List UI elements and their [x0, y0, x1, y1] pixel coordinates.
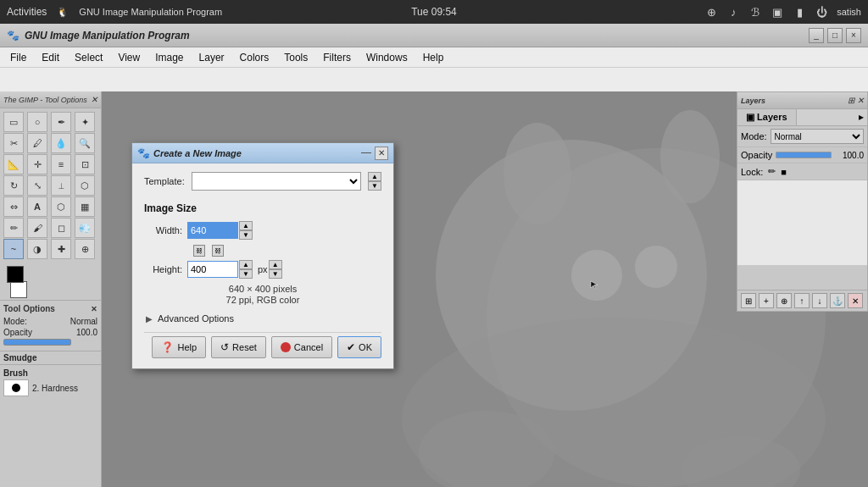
menu-filters[interactable]: Filters [316, 50, 358, 65]
lock-alpha-icon[interactable]: ■ [781, 167, 787, 177]
menu-help[interactable]: Help [416, 50, 451, 65]
help-button[interactable]: ❓ Help [152, 336, 206, 358]
battery-icon: ▮ [793, 5, 806, 19]
size-info-line2: 72 ppi, RGB color [226, 295, 300, 305]
layers-opacity-label: Opacity [741, 150, 772, 160]
tool-measure[interactable]: 📐 [3, 154, 24, 174]
move-layer-down-btn[interactable]: ↓ [812, 293, 827, 308]
tool-fuzzy-select[interactable]: ✦ [75, 112, 95, 132]
menu-edit[interactable]: Edit [35, 50, 66, 65]
tab-layers[interactable]: ▣ Layers [737, 109, 797, 125]
tool-options-close-icon[interactable]: ✕ [91, 305, 97, 313]
foreground-color-swatch[interactable] [7, 266, 24, 283]
dialog-close-button[interactable]: ✕ [375, 147, 388, 160]
chain-link-icon[interactable]: ⛓ [193, 245, 205, 257]
tool-free-select[interactable]: ✒ [51, 112, 71, 132]
layers-mode-row: Mode: Normal [737, 126, 867, 147]
tool-paintbrush[interactable]: 🖌 [27, 218, 47, 238]
height-spinner[interactable]: ▲ ▼ [239, 260, 253, 279]
menu-view[interactable]: View [111, 50, 147, 65]
gimp-window: 🐾 GNU Image Manipulation Program _ □ × F… [0, 24, 868, 487]
width-spinner[interactable]: ▲ ▼ [239, 221, 253, 240]
svg-point-3 [504, 123, 571, 224]
menu-layer[interactable]: Layer [192, 50, 231, 65]
height-row: Height: ▲ ▼ px ▲ ▼ [144, 260, 381, 279]
menu-file[interactable]: File [3, 50, 33, 65]
tool-heal[interactable]: ✚ [51, 239, 71, 259]
tool-flip[interactable]: ⇔ [3, 196, 24, 217]
menu-windows[interactable]: Windows [359, 50, 415, 65]
tool-bucket-fill[interactable]: ⬡ [51, 196, 71, 217]
tool-blend[interactable]: ▦ [75, 196, 95, 217]
layers-mode-select[interactable]: Normal [771, 129, 864, 144]
tool-rect-select[interactable]: ▭ [3, 112, 24, 132]
anchor-layer-btn[interactable]: ⚓ [830, 293, 845, 308]
tool-ellipse-select[interactable]: ○ [27, 112, 47, 132]
spinner-up[interactable]: ▲ [368, 172, 381, 181]
delete-layer-btn[interactable]: ✕ [848, 293, 863, 308]
lock-pixels-icon[interactable]: ✏ [768, 166, 776, 177]
spinner-down[interactable]: ▼ [368, 181, 381, 191]
menu-colors[interactable]: Colors [233, 50, 276, 65]
layers-dock-icon[interactable]: ⊞ [848, 96, 854, 105]
new-layer-btn[interactable]: + [759, 293, 774, 308]
template-select[interactable] [192, 172, 361, 191]
opacity-slider[interactable] [3, 339, 71, 346]
new-layer-group-btn[interactable]: ⊞ [741, 293, 756, 308]
brush-preview[interactable] [3, 379, 29, 396]
tool-perspective[interactable]: ⬡ [75, 175, 95, 196]
duplicate-layer-btn[interactable]: ⊕ [776, 293, 792, 308]
tool-text[interactable]: A [27, 196, 47, 217]
tool-smudge[interactable]: ~ [3, 239, 24, 259]
tool-scale[interactable]: ⤡ [27, 175, 47, 196]
layers-menu-btn[interactable]: ▸ [855, 109, 867, 125]
advanced-toggle[interactable]: ▶ [144, 313, 154, 324]
menu-image[interactable]: Image [148, 50, 190, 65]
dialog-title-icon: 🐾 [137, 147, 150, 159]
app-name-label: GNU Image Manipulation Program [79, 7, 222, 17]
menu-select[interactable]: Select [68, 50, 109, 65]
layers-panel: Layers ⊞ ✕ ▣ Layers ▸ Mode: Normal Opaci… [737, 91, 868, 312]
advanced-label[interactable]: Advanced Options [158, 313, 234, 324]
tool-airbrush[interactable]: 💨 [75, 218, 95, 238]
height-input[interactable] [187, 261, 238, 278]
cancel-button[interactable]: Cancel [271, 336, 332, 358]
layers-title: Layers [741, 97, 765, 105]
ok-button[interactable]: ✔ OK [337, 336, 381, 358]
tool-rotate[interactable]: ↻ [3, 175, 24, 196]
height-spin-up[interactable]: ▲ [239, 260, 253, 269]
menu-tools[interactable]: Tools [277, 50, 314, 65]
tool-shear[interactable]: ⟂ [51, 175, 71, 196]
template-spinner[interactable]: ▲ ▼ [368, 172, 381, 191]
move-layer-up-btn[interactable]: ↑ [794, 293, 810, 308]
tool-color-picker[interactable]: 💧 [51, 133, 71, 153]
layers-opacity-slider[interactable] [776, 152, 832, 158]
minimize-button[interactable]: _ [809, 28, 824, 43]
width-input[interactable] [187, 222, 238, 239]
tool-align[interactable]: ≡ [51, 154, 71, 174]
unit-spinner[interactable]: ▲ ▼ [269, 260, 282, 279]
tool-eraser[interactable]: ◻ [51, 218, 71, 238]
unit-spin-up[interactable]: ▲ [269, 260, 282, 269]
tool-zoom[interactable]: 🔍 [75, 133, 95, 153]
layers-bottom-toolbar: ⊞ + ⊕ ↑ ↓ ⚓ ✕ [737, 290, 867, 311]
background-color-swatch[interactable] [10, 281, 27, 298]
width-spin-down[interactable]: ▼ [239, 230, 253, 240]
tool-dodge-burn[interactable]: ◑ [27, 239, 47, 259]
tool-scissors[interactable]: ✂ [3, 133, 24, 153]
tool-pencil[interactable]: ✏ [3, 218, 24, 238]
width-spin-up[interactable]: ▲ [239, 221, 253, 230]
toolbox-close-icon[interactable]: ✕ [91, 95, 97, 104]
tool-move[interactable]: ✛ [27, 154, 47, 174]
tool-crop[interactable]: ⊡ [75, 154, 95, 174]
gimp-window-controls[interactable]: _ □ × [809, 28, 861, 43]
layers-close-icon[interactable]: ✕ [857, 96, 864, 105]
unit-spin-down[interactable]: ▼ [269, 269, 282, 279]
tool-paths[interactable]: 🖊 [27, 133, 47, 153]
maximize-button[interactable]: □ [827, 28, 843, 43]
tool-clone[interactable]: ⊕ [75, 239, 95, 259]
reset-button[interactable]: ↺ Reset [211, 336, 266, 358]
close-button[interactable]: × [846, 28, 861, 43]
height-spin-down[interactable]: ▼ [239, 269, 253, 279]
activities-label[interactable]: Activities [7, 6, 47, 18]
